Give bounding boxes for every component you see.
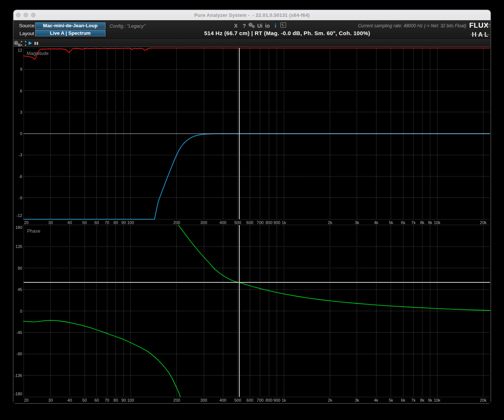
svg-text:4k: 4k xyxy=(374,398,378,402)
svg-text:500: 500 xyxy=(234,220,241,225)
svg-text:700: 700 xyxy=(257,220,264,225)
svg-text:600: 600 xyxy=(246,398,253,402)
svg-text:300: 300 xyxy=(200,398,207,402)
svg-text:6: 6 xyxy=(20,89,22,93)
svg-text:0: 0 xyxy=(20,131,22,136)
svg-text:10k: 10k xyxy=(434,220,440,225)
svg-text:70: 70 xyxy=(105,398,109,402)
svg-text:900: 900 xyxy=(273,398,280,402)
svg-text:400: 400 xyxy=(219,398,226,402)
svg-text:-180: -180 xyxy=(14,392,22,396)
svg-text:50: 50 xyxy=(82,398,87,402)
svg-text:9: 9 xyxy=(20,67,22,71)
svg-text:-135: -135 xyxy=(14,373,22,378)
svg-text:60: 60 xyxy=(94,398,99,402)
svg-text:2k: 2k xyxy=(328,398,332,402)
svg-text:1k: 1k xyxy=(282,398,286,402)
svg-text:100: 100 xyxy=(127,220,134,225)
svg-text:60: 60 xyxy=(94,220,99,225)
svg-text:12: 12 xyxy=(18,48,22,52)
svg-text:8k: 8k xyxy=(420,398,424,402)
svg-text:1k: 1k xyxy=(282,220,286,225)
svg-text:0: 0 xyxy=(20,309,22,313)
svg-text:Magnitude: Magnitude xyxy=(27,51,49,56)
svg-text:-3: -3 xyxy=(19,153,22,157)
svg-text:400: 400 xyxy=(219,220,226,225)
svg-text:200: 200 xyxy=(173,398,180,402)
svg-text:900: 900 xyxy=(273,220,280,225)
svg-text:9k: 9k xyxy=(428,220,432,225)
svg-text:70: 70 xyxy=(105,220,109,225)
svg-text:7k: 7k xyxy=(411,398,416,402)
svg-text:20: 20 xyxy=(24,220,28,225)
svg-text:-90: -90 xyxy=(16,352,22,356)
svg-text:3k: 3k xyxy=(355,398,359,402)
svg-text:800: 800 xyxy=(265,220,272,225)
svg-text:-12: -12 xyxy=(16,213,22,218)
svg-text:5k: 5k xyxy=(389,220,393,225)
svg-text:7k: 7k xyxy=(411,220,416,225)
svg-text:3: 3 xyxy=(20,110,22,114)
svg-text:90: 90 xyxy=(122,398,126,402)
svg-text:8k: 8k xyxy=(420,220,424,225)
svg-text:700: 700 xyxy=(257,398,264,402)
svg-text:3k: 3k xyxy=(355,220,359,225)
svg-text:50: 50 xyxy=(82,220,87,225)
svg-text:800: 800 xyxy=(265,398,272,402)
svg-text:30: 30 xyxy=(48,220,53,225)
svg-text:20k: 20k xyxy=(480,220,487,225)
svg-text:80: 80 xyxy=(114,398,118,402)
svg-text:40: 40 xyxy=(67,220,72,225)
svg-text:200: 200 xyxy=(173,220,180,225)
svg-text:2k: 2k xyxy=(328,220,332,225)
svg-text:45: 45 xyxy=(18,287,22,292)
svg-text:90: 90 xyxy=(18,266,22,270)
svg-text:9k: 9k xyxy=(428,398,432,402)
svg-text:80: 80 xyxy=(114,220,118,225)
svg-text:4k: 4k xyxy=(374,220,378,225)
svg-text:6k: 6k xyxy=(401,220,405,225)
svg-text:10k: 10k xyxy=(434,398,440,402)
svg-text:40: 40 xyxy=(67,398,72,402)
svg-text:500: 500 xyxy=(234,398,241,402)
svg-text:300: 300 xyxy=(200,220,207,225)
svg-text:180: 180 xyxy=(15,225,22,230)
svg-text:135: 135 xyxy=(15,244,22,249)
svg-text:600: 600 xyxy=(246,220,253,225)
svg-text:20: 20 xyxy=(24,398,28,402)
svg-text:6k: 6k xyxy=(401,398,405,402)
svg-text:30: 30 xyxy=(48,398,53,402)
svg-text:90: 90 xyxy=(122,220,126,225)
svg-text:-9: -9 xyxy=(19,196,22,200)
svg-text:5k: 5k xyxy=(389,398,393,402)
svg-text:-6: -6 xyxy=(19,174,22,179)
svg-text:20k: 20k xyxy=(480,398,487,402)
svg-text:Phase: Phase xyxy=(27,229,40,234)
svg-text:100: 100 xyxy=(127,398,134,402)
svg-text:-45: -45 xyxy=(16,330,22,335)
